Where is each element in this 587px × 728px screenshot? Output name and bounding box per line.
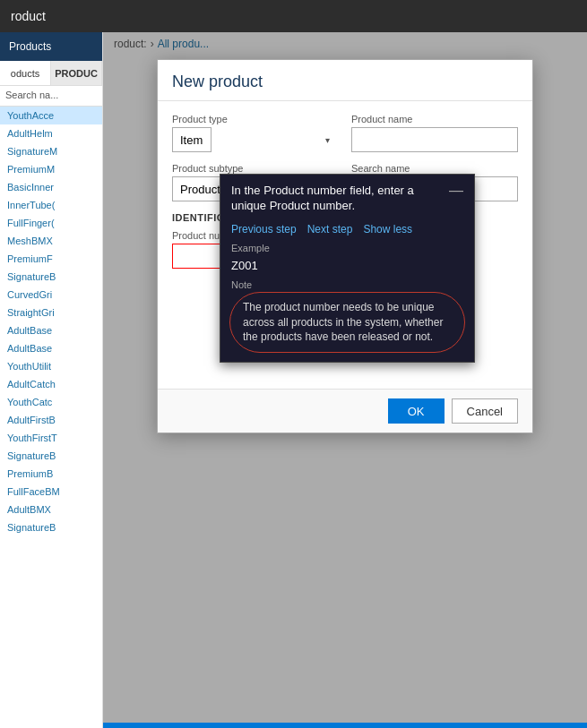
status-bar	[103, 723, 587, 728]
help-popup-note-label: Note	[220, 279, 474, 292]
list-item[interactable]: PremiumB	[0, 465, 102, 483]
close-icon[interactable]: —	[442, 184, 463, 198]
ok-button[interactable]: OK	[388, 398, 445, 424]
help-popup-title: In the Product number field, enter a uni…	[231, 184, 442, 214]
list-item[interactable]: StraightGri	[0, 304, 102, 321]
list-item[interactable]: AdultHelm	[0, 124, 102, 142]
list-item[interactable]: InnerTube(	[0, 196, 102, 214]
form-row-1: Product type Item ▾ Product name	[172, 114, 518, 152]
sidebar-tab-produc[interactable]: PRODUC	[51, 61, 102, 85]
list-item[interactable]: SignatureB	[0, 518, 102, 536]
product-type-select[interactable]: Item	[172, 127, 211, 152]
product-type-select-wrapper: Item ▾	[172, 127, 337, 152]
dialog-overlay: New product Product type Item ▾	[103, 32, 587, 728]
list-item[interactable]: FullFinger(	[0, 214, 102, 232]
list-item[interactable]: PremiumF	[0, 250, 102, 268]
previous-step-link[interactable]: Previous step	[231, 223, 297, 236]
product-type-group: Product type Item ▾	[172, 114, 337, 152]
sidebar-search-area: Search na...	[0, 86, 102, 107]
sidebar-tab-products[interactable]: oducts	[0, 61, 51, 85]
product-name-input[interactable]	[351, 127, 518, 152]
cancel-button[interactable]: Cancel	[452, 398, 518, 424]
title-bar: roduct	[0, 0, 587, 32]
list-item[interactable]: FullFaceBM	[0, 483, 102, 501]
list-item[interactable]: AdultBase	[0, 339, 102, 357]
sidebar-tabs: oducts PRODUC	[0, 61, 102, 86]
list-item[interactable]: YouthFirstT	[0, 429, 102, 447]
list-item[interactable]: MeshBMX	[0, 232, 102, 250]
show-less-link[interactable]: Show less	[363, 223, 412, 236]
dialog-title: New product	[158, 60, 532, 101]
list-item[interactable]: PremiumM	[0, 160, 102, 178]
sidebar-search-label: Search na...	[5, 90, 97, 100]
chevron-down-icon: ▾	[325, 135, 330, 145]
list-item[interactable]: AdultCatch	[0, 375, 102, 393]
sidebar-list: YouthAcce AdultHelm SignatureM PremiumM …	[0, 107, 102, 728]
list-item[interactable]: CurvedGri	[0, 286, 102, 304]
product-name-group: Product name	[351, 114, 518, 152]
list-item[interactable]: BasicInner	[0, 178, 102, 196]
list-item[interactable]: AdultBase	[0, 321, 102, 339]
sidebar-header-label: Products	[9, 40, 51, 53]
help-popup-example-value: Z001	[220, 257, 474, 279]
dialog-footer: OK Cancel	[158, 389, 532, 433]
main-content: roduct: › All produ... New product Produ…	[103, 32, 587, 728]
title-text: roduct	[11, 9, 46, 23]
sidebar-header: Products	[0, 32, 102, 61]
help-popup-header: In the Product number field, enter a uni…	[220, 175, 474, 219]
list-item[interactable]: SignatureM	[0, 142, 102, 160]
list-item[interactable]: AdultBMX	[0, 501, 102, 518]
sidebar: Products oducts PRODUC Search na... Yout…	[0, 32, 103, 728]
list-item[interactable]: SignatureB	[0, 268, 102, 286]
list-item[interactable]: YouthCatc	[0, 393, 102, 411]
list-item[interactable]: YouthUtilit	[0, 357, 102, 375]
app-background: Products oducts PRODUC Search na... Yout…	[0, 32, 587, 728]
search-name-label: Search name	[351, 163, 518, 174]
help-popup-example-label: Example	[220, 243, 474, 257]
help-popup-note-text: The product number needs to be unique ac…	[229, 292, 465, 353]
product-name-label: Product name	[351, 114, 518, 124]
product-subtype-label: Product subtype	[172, 163, 337, 174]
help-popup-nav: Previous step Next step Show less	[220, 219, 474, 243]
list-item[interactable]: AdultFirstB	[0, 411, 102, 429]
help-popup: In the Product number field, enter a uni…	[220, 174, 475, 363]
next-step-link[interactable]: Next step	[307, 223, 353, 236]
product-type-label: Product type	[172, 114, 337, 124]
list-item[interactable]: SignatureB	[0, 447, 102, 465]
list-item[interactable]: YouthAcce	[0, 107, 102, 124]
